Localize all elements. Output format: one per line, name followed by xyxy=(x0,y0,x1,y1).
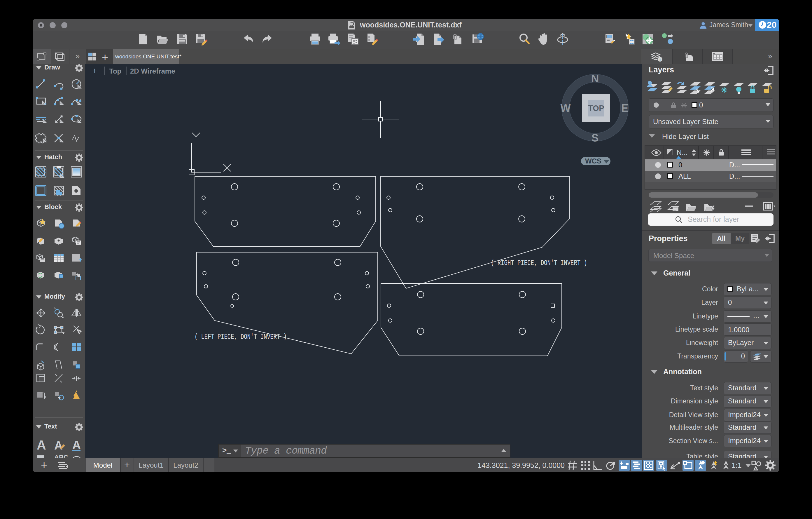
svg-text:A: A xyxy=(37,438,46,452)
svg-text:Top: Top xyxy=(109,67,121,75)
svg-text:ABC: ABC xyxy=(54,454,68,458)
svg-text:+: + xyxy=(92,66,97,76)
svg-text:TOP: TOP xyxy=(588,104,604,113)
svg-text:E: E xyxy=(621,102,629,114)
svg-text:WCS: WCS xyxy=(585,157,602,165)
svg-text:( LEFT PIECE, DON'T INVERT ): ( LEFT PIECE, DON'T INVERT ) xyxy=(195,333,287,341)
svg-text:N: N xyxy=(591,73,599,85)
svg-text:i: i xyxy=(660,57,661,62)
svg-text:2D Wireframe: 2D Wireframe xyxy=(130,67,175,75)
svg-text:S: S xyxy=(591,132,599,144)
svg-text:( RIGHT PIECE, DON'T INVERT ): ( RIGHT PIECE, DON'T INVERT ) xyxy=(491,259,587,267)
svg-text:A: A xyxy=(72,438,81,451)
svg-text:A: A xyxy=(54,439,63,452)
svg-text:W: W xyxy=(560,102,571,114)
